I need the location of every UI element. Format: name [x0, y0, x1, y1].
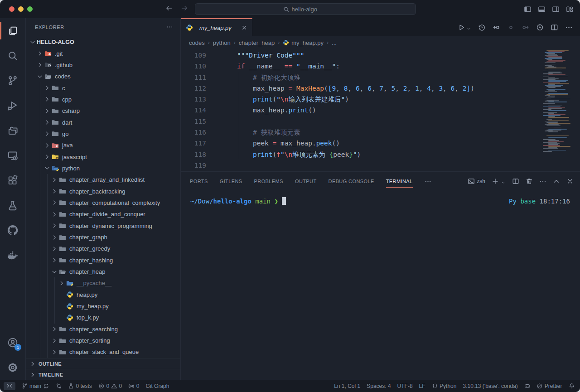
code-line[interactable]: 114 max_heap.print(): [181, 105, 580, 116]
panel-tab-ports[interactable]: PORTS: [190, 172, 208, 191]
tree-item-csharp[interactable]: csharp: [26, 105, 180, 116]
panel-tab-output[interactable]: OUTPUT: [295, 172, 317, 191]
activity-item-source-control[interactable]: [0, 68, 25, 93]
tree-item-javascript[interactable]: JSjavascript: [26, 151, 180, 162]
gitlens-graph-button[interactable]: [536, 24, 544, 31]
panel-tab-terminal[interactable]: TERMINAL: [386, 172, 413, 191]
panel-tab-gitlens[interactable]: GITLENS: [220, 172, 242, 191]
tree-item-chapter_heap[interactable]: chapter_heap: [26, 266, 180, 277]
run-button[interactable]: [458, 24, 471, 31]
explorer-more-actions-button[interactable]: [166, 24, 173, 31]
minimap[interactable]: [543, 49, 573, 150]
activity-item-github[interactable]: [0, 218, 25, 242]
breadcrumb-item[interactable]: python: [213, 39, 231, 46]
status-ports-status[interactable]: 0: [128, 383, 139, 389]
status-branch-status[interactable]: main: [22, 383, 49, 389]
activity-item-docker[interactable]: [0, 242, 25, 267]
tree-item-c[interactable]: c: [26, 82, 180, 93]
status-eol[interactable]: LF: [419, 383, 425, 389]
status-python-interpreter[interactable]: 3.10.13 ('base': conda): [463, 383, 517, 389]
activity-item-testing[interactable]: [0, 193, 25, 218]
file-history-button[interactable]: [478, 24, 486, 31]
status-language-mode[interactable]: Python: [432, 383, 457, 389]
tree-item-dart[interactable]: dart: [26, 116, 180, 128]
tree-item-chapter_sorting[interactable]: chapter_sorting: [26, 335, 180, 346]
tree-item-chapter_greedy[interactable]: chapter_greedy: [26, 243, 180, 254]
layout-sidebar-right-button[interactable]: [552, 5, 560, 13]
next-change-button[interactable]: [522, 24, 529, 31]
code-line[interactable]: 115: [181, 116, 580, 127]
tree-item-my_heap.py[interactable]: my_heap.py: [26, 300, 180, 312]
code-line[interactable]: 111 # 初始化大顶堆: [181, 72, 580, 83]
breadcrumb-item[interactable]: ...: [332, 39, 337, 46]
status-encoding[interactable]: UTF-8: [397, 383, 413, 389]
split-editor-button[interactable]: [551, 24, 558, 31]
activity-item-project-folders[interactable]: [0, 118, 25, 143]
status-prettier[interactable]: Prettier: [536, 383, 562, 389]
code-line[interactable]: 112 max_heap = MaxHeap([9, 8, 6, 6, 7, 5…: [181, 83, 580, 94]
breadcrumb-item[interactable]: my_heap.py: [283, 39, 324, 46]
kill-terminal-button[interactable]: [526, 178, 533, 185]
tree-item-top_k.py[interactable]: top_k.py: [26, 312, 180, 323]
tree-item-.github[interactable]: .github: [26, 59, 180, 71]
tree-item-chapter_graph[interactable]: chapter_graph: [26, 232, 180, 243]
status-cursor-position[interactable]: Ln 1, Col 1: [334, 383, 360, 389]
search-input[interactable]: [292, 6, 328, 13]
split-terminal-button[interactable]: [512, 178, 519, 185]
tree-item-heap.py[interactable]: heap.py: [26, 289, 180, 300]
tree-root[interactable]: HELLO-ALGO: [26, 36, 180, 48]
outline-section[interactable]: OUTLINE: [26, 358, 180, 369]
tree-item-chapter_dynamic_programming[interactable]: chapter_dynamic_programming: [26, 220, 180, 232]
tree-item-chapter_array_and_linkedlist[interactable]: chapter_array_and_linkedlist: [26, 174, 180, 185]
tree-item-codes[interactable]: codes: [26, 71, 180, 82]
layout-sidebar-left-button[interactable]: [524, 5, 532, 13]
tree-item-chapter_backtracking[interactable]: chapter_backtracking: [26, 185, 180, 197]
prev-change-button[interactable]: [493, 24, 500, 31]
code-line[interactable]: 110if __name__ == "__main__":: [181, 61, 580, 72]
code-line[interactable]: 113 print("\n输入列表并建堆后"): [181, 94, 580, 105]
code-line[interactable]: 109"""Driver Code""": [181, 50, 580, 61]
close-window-button[interactable]: [9, 6, 14, 12]
code-line[interactable]: 117 peek = max_heap.peek(): [181, 138, 580, 149]
change-button[interactable]: [507, 24, 515, 31]
activity-item-settings[interactable]: [0, 355, 25, 380]
new-terminal-button[interactable]: [492, 178, 506, 185]
code-editor[interactable]: 109"""Driver Code"""110if __name__ == "_…: [181, 49, 580, 171]
code-line[interactable]: 118 print(f"\n堆顶元素为 {peek}"): [181, 149, 580, 160]
activity-item-accounts[interactable]: 1: [0, 330, 25, 355]
status-notifications[interactable]: [569, 383, 575, 389]
activity-item-remote-explorer[interactable]: [0, 143, 25, 168]
activity-item-explorer[interactable]: [0, 18, 25, 43]
close-tab-button[interactable]: [241, 24, 247, 31]
layout-custom-button[interactable]: [566, 5, 574, 13]
status-indentation[interactable]: Spaces: 4: [367, 383, 391, 389]
timeline-section[interactable]: TIMELINE: [26, 369, 180, 380]
navigate-forward-button[interactable]: [181, 5, 188, 14]
terminal[interactable]: ~/Dow/hello-algo main ❯ Py base 18:17:16: [181, 191, 580, 380]
close-panel-button[interactable]: [566, 178, 574, 185]
shell-selector[interactable]: zsh: [468, 178, 485, 185]
panel-tab-debug-console[interactable]: DEBUG CONSOLE: [329, 172, 374, 191]
panel-more-button[interactable]: [539, 178, 546, 185]
activity-item-search[interactable]: [0, 43, 25, 68]
tab-my-heap-py[interactable]: my_heap.py: [181, 18, 252, 36]
tree-item-__pycache__[interactable]: __pycache__: [26, 277, 180, 289]
status-copilot[interactable]: [524, 383, 531, 389]
status-git-graph[interactable]: Git Graph: [145, 383, 169, 389]
command-center-search[interactable]: [195, 3, 416, 15]
tree-item-chapter_searching[interactable]: chapter_searching: [26, 324, 180, 335]
code-line[interactable]: 119: [181, 160, 580, 171]
status-gitlens-compare[interactable]: [56, 383, 62, 389]
tree-item-python[interactable]: python: [26, 163, 180, 174]
tree-item-.git[interactable]: .git: [26, 48, 180, 59]
breadcrumb-item[interactable]: chapter_heap: [239, 39, 275, 46]
panel-tabs-more-button[interactable]: [425, 178, 431, 185]
breadcrumb-item[interactable]: codes: [189, 39, 205, 46]
status-remote-indicator[interactable]: [4, 382, 15, 390]
layout-panel-button[interactable]: [538, 5, 546, 13]
tree-item-java[interactable]: java: [26, 140, 180, 151]
minimize-window-button[interactable]: [18, 6, 24, 12]
more-actions-button[interactable]: [565, 24, 573, 31]
tree-item-go[interactable]: go: [26, 128, 180, 140]
panel-tab-problems[interactable]: PROBLEMS: [254, 172, 283, 191]
